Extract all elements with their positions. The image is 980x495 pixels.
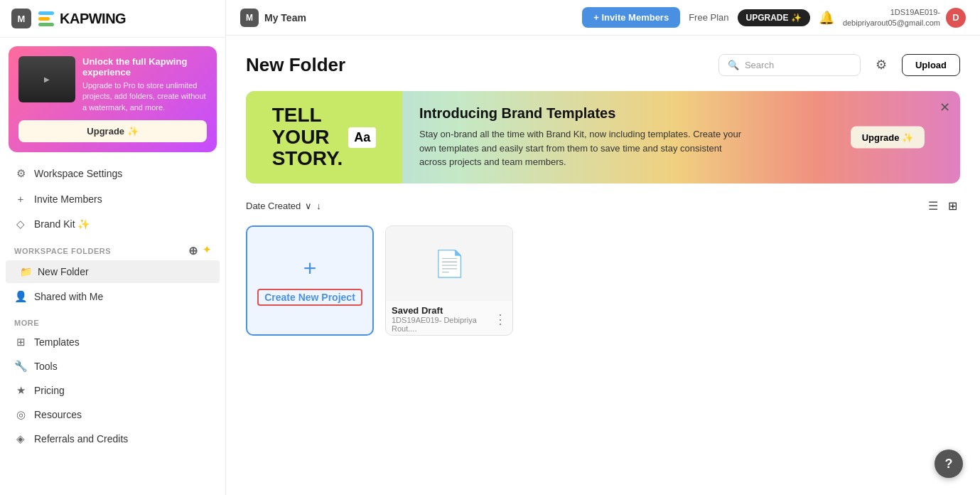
sidebar-item-templates[interactable]: ⊞ Templates [0,330,225,354]
saved-draft-card[interactable]: 📄 Saved Draft 1DS19AE019- Debipriya Rout… [385,225,513,336]
upgrade-pill-button[interactable]: UPGRADE ✨ [738,9,810,26]
page-content: New Folder 🔍 Search ⚙ Upload TELL YOUR S… [226,36,980,495]
content-header: New Folder 🔍 Search ⚙ Upload [246,53,960,77]
workspace-folders-label: WORKSPACE FOLDERS ⊕ ✦ [0,237,225,260]
sidebar-item-invite-members[interactable]: + Invite Members [0,186,225,211]
plan-label: Free Plan [689,12,728,23]
pricing-label: Pricing [34,385,65,396]
user-email-line1: 1DS19AE019- [843,7,940,17]
topbar: M My Team + Invite Members Free Plan UPG… [226,0,980,36]
grid-icon: ⊞ [14,336,27,348]
upload-button[interactable]: Upload [902,54,960,76]
user-email: 1DS19AE019- debipriyarout05@gmail.com [843,7,940,28]
draft-info: Saved Draft 1DS19AE019- Debipriya Rout..… [392,305,494,333]
promo-close-button[interactable]: ✕ [939,100,950,115]
sort-chevron-icon: ∨ [305,201,312,211]
help-button[interactable]: ? [935,449,963,478]
search-placeholder: Search [745,60,774,70]
sidebar-item-brand-kit[interactable]: ◇ Brand Kit ✨ [0,211,225,237]
people-icon: 👤 [14,290,27,303]
add-folder-icon[interactable]: ⊕ [188,244,198,257]
upgrade-banner-desc: Upgrade to Pro to store unlimited projec… [18,80,207,113]
settings-icon[interactable]: ⚙ [869,53,893,77]
team-name: My Team [264,12,306,23]
draft-subtitle: 1DS19AE019- Debipriya Rout.... [392,316,494,333]
draft-title: Saved Draft [392,305,494,316]
promo-aa-badge: Aa [348,127,376,148]
promo-title: Introducing Brand Templates [419,105,943,122]
draft-preview: 📄 [386,226,512,301]
header-actions: 🔍 Search ⚙ Upload [718,53,960,77]
referrals-label: Referrals and Credits [34,433,128,445]
team-avatar: M [240,9,259,27]
sort-direction-icon: ↓ [316,201,321,211]
promo-left-content: TELL YOUR STORY. Aa [272,105,377,170]
star-icon[interactable]: ✦ [203,244,212,257]
templates-label: Templates [34,336,80,348]
search-box[interactable]: 🔍 Search [718,54,861,76]
sort-date-button[interactable]: Date Created ∨ ↓ [246,201,321,211]
sidebar-label-workspace-settings: Workspace Settings [34,168,122,179]
resources-label: Resources [34,409,82,420]
plus-icon: + [14,193,27,205]
logo: KAPWING [38,11,126,27]
sidebar: M KAPWING ▶ Unlock the full Kapwing expe… [0,0,226,495]
logo-bar-3 [38,23,54,26]
user-avatar[interactable]: D [946,8,966,28]
tools-icon: 🔧 [14,360,27,373]
draft-footer: Saved Draft 1DS19AE019- Debipriya Rout..… [386,301,512,336]
logo-bar-2 [38,17,50,21]
bell-icon[interactable]: 🔔 [819,10,834,26]
diamond-icon: ◇ [14,218,27,230]
draft-file-icon: 📄 [434,249,465,279]
promo-line3: STORY. [272,148,343,170]
sidebar-label-brand-kit: Brand Kit ✨ [34,218,90,230]
gear-icon: ⚙ [14,167,27,180]
sort-label-text: Date Created [246,201,301,211]
sidebar-item-workspace-settings[interactable]: ⚙ Workspace Settings [0,161,225,186]
main-content: M My Team + Invite Members Free Plan UPG… [226,0,980,495]
logo-bar-1 [38,11,54,15]
sidebar-item-pricing[interactable]: ★ Pricing [0,378,225,403]
promo-upgrade-button[interactable]: Upgrade ✨ [851,127,925,149]
promo-line1: TELL [272,105,343,127]
sidebar-item-resources[interactable]: ◎ Resources [0,403,225,427]
tools-label: Tools [34,361,58,372]
shared-with-me-label: Shared with Me [34,291,103,302]
more-section-label: MORE [0,310,225,330]
promo-banner: TELL YOUR STORY. Aa Introducing Brand Te… [246,91,960,183]
sidebar-item-new-folder[interactable]: 📁 New Folder [6,260,220,283]
sidebar-user-avatar: M [11,9,31,28]
workspace-folders-title: WORKSPACE FOLDERS [14,247,111,255]
logo-text: KAPWING [60,11,126,27]
upgrade-banner: ▶ Unlock the full Kapwing experience Upg… [9,46,217,152]
projects-grid: + Create New Project 📄 Saved Draft 1DS19… [246,225,960,336]
user-email-line2: debipriyarout05@gmail.com [843,18,940,28]
invite-members-button[interactable]: + Invite Members [582,7,680,28]
page-title: New Folder [246,54,345,76]
view-icons: ☰ ⊞ [925,198,960,214]
sidebar-header: M KAPWING [0,0,225,38]
promo-description: Stay on-brand all the time with Brand Ki… [419,127,746,169]
sidebar-item-tools[interactable]: 🔧 Tools [0,354,225,378]
create-project-label: Create New Project [257,289,362,306]
logo-icon [38,11,54,26]
team-info: M My Team [240,9,306,27]
user-info: 1DS19AE019- debipriyarout05@gmail.com D [843,7,966,28]
resources-icon: ◎ [14,408,27,421]
list-view-icon[interactable]: ☰ [925,198,941,214]
sidebar-item-referrals[interactable]: ◈ Referrals and Credits [0,427,225,451]
folder-icon: 📁 [20,266,32,277]
upgrade-banner-button[interactable]: Upgrade ✨ [18,120,207,142]
folder-label: New Folder [38,266,89,277]
search-icon: 🔍 [728,60,739,70]
plus-create-icon: + [303,255,317,282]
referrals-icon: ◈ [14,432,27,445]
sidebar-item-shared-with-me[interactable]: 👤 Shared with Me [0,283,225,310]
folder-actions: ⊕ ✦ [188,244,211,257]
promo-text: TELL YOUR STORY. [272,105,343,170]
create-new-project-card[interactable]: + Create New Project [246,225,374,336]
draft-menu-icon[interactable]: ⋮ [494,312,507,327]
grid-view-icon[interactable]: ⊞ [945,198,960,214]
sidebar-label-invite-members: Invite Members [34,193,102,205]
